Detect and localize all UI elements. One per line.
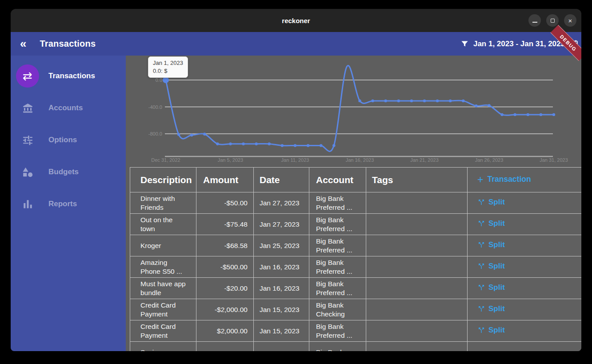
transaction-description-cell[interactable]: Must have app bundle	[130, 278, 196, 299]
transaction-tags-cell[interactable]	[366, 278, 468, 299]
split-button[interactable]: Split	[477, 197, 505, 207]
x-tick-label: Jan 26, 2023	[475, 157, 504, 163]
split-button[interactable]: Split	[477, 283, 505, 292]
transaction-date-cell[interactable]: Jan 25, 2023	[254, 235, 309, 256]
sidebar-collapse-button[interactable]: «	[20, 39, 26, 48]
transaction-amount-cell[interactable]: -$68.58	[196, 235, 254, 256]
sidebar-item-label: Reports	[48, 200, 77, 208]
transaction-description-cell[interactable]: Credit Card Payment	[130, 299, 196, 320]
transaction-split-cell: Split	[468, 192, 582, 214]
column-header-date: Date	[254, 168, 309, 192]
transaction-description-cell[interactable]: Dinner with Friends	[130, 192, 196, 214]
minimize-icon	[532, 22, 537, 23]
y-tick-label: -800.0	[148, 131, 162, 136]
maximize-button[interactable]	[546, 14, 559, 27]
transaction-tags-cell[interactable]	[366, 256, 468, 278]
split-button[interactable]: Split	[477, 261, 505, 271]
filter-icon[interactable]	[460, 40, 469, 48]
split-label: Split	[488, 197, 505, 207]
transaction-account-cell[interactable]: Big Bank Checking	[309, 299, 366, 320]
chart-marker	[540, 113, 542, 116]
transaction-amount-cell[interactable]: $2,000.00	[196, 320, 254, 342]
sidebar-item-transactions[interactable]: ⇄Transactions	[11, 64, 126, 88]
split-label: Split	[488, 283, 505, 292]
transaction-account-cell[interactable]: Big Bank Preferred ...	[309, 192, 366, 214]
close-button[interactable]: ×	[564, 14, 576, 27]
split-button[interactable]: Split	[477, 304, 505, 314]
transaction-account-cell[interactable]: Big Bank ...	[309, 342, 366, 352]
transaction-tags-cell[interactable]	[366, 192, 468, 214]
transaction-date-cell[interactable]: Jan 15, 2023	[254, 320, 309, 342]
transaction-date-cell[interactable]: Jan 15, 2023	[254, 299, 309, 320]
transaction-tags-cell[interactable]	[366, 342, 468, 352]
transaction-account-cell[interactable]: Big Bank Preferred ...	[309, 320, 366, 342]
transactions-table-wrap: Description Amount Date Account Tags + T…	[130, 167, 581, 351]
transaction-tags-cell[interactable]	[366, 214, 468, 235]
chart-line	[166, 65, 554, 151]
transaction-tags-cell[interactable]	[366, 235, 468, 256]
transactions-table: Description Amount Date Account Tags + T…	[130, 167, 581, 351]
sidebar: ⇄TransactionsAccountsOptionsBudgetsRepor…	[11, 56, 126, 351]
split-icon	[477, 284, 485, 292]
chart-marker	[320, 144, 322, 147]
transaction-date-cell[interactable]: Jan 27, 2023	[254, 192, 309, 214]
transaction-row: Credit Card Payment-$2,000.00Jan 15, 202…	[130, 299, 582, 320]
transaction-description-cell[interactable]: Out on the town	[130, 214, 196, 235]
y-tick-label: 0.0	[156, 77, 162, 83]
transaction-amount-cell[interactable]: -$500.00	[196, 256, 254, 278]
transaction-description-cell[interactable]: Credit Card Payment	[130, 320, 196, 342]
transaction-account-cell[interactable]: Big Bank Preferred ...	[309, 278, 366, 299]
transaction-account-cell[interactable]: Big Bank Preferred ...	[309, 214, 366, 235]
date-range-filter[interactable]: Jan 1, 2023 - Jan 31, 2023	[473, 40, 565, 48]
balance-chart[interactable]: 0.0-400.0-800.0Dec 31, 2022Jan 5, 2023Ja…	[126, 56, 581, 167]
transaction-date-cell[interactable]: Jan 16, 2023	[254, 278, 309, 299]
split-icon	[477, 305, 485, 313]
transaction-date-cell[interactable]: Jan 16, 2023	[254, 256, 309, 278]
transaction-date-cell[interactable]: Jan 27, 2023	[254, 214, 309, 235]
split-button[interactable]: Split	[477, 219, 505, 228]
transaction-amount-cell[interactable]: -$2,000.00	[196, 299, 254, 320]
column-header-amount: Amount	[196, 168, 254, 192]
add-transaction-label: Transaction	[487, 175, 531, 184]
transaction-account-cell[interactable]: Big Bank Preferred ...	[309, 235, 366, 256]
window-title: reckoner	[11, 9, 581, 32]
sidebar-item-budgets[interactable]: Budgets	[11, 160, 126, 184]
transaction-description-cell[interactable]: Savings	[130, 342, 196, 352]
transaction-description-cell[interactable]: Kroger	[130, 235, 196, 256]
swap-horizontal-icon: ⇄	[16, 64, 39, 88]
transaction-amount-cell[interactable]: -$75.48	[196, 214, 254, 235]
sidebar-item-options[interactable]: Options	[11, 128, 126, 152]
transaction-split-cell: Split	[468, 214, 582, 235]
split-icon	[477, 262, 485, 270]
x-tick-label: Dec 31, 2022	[151, 157, 180, 163]
transaction-amount-cell[interactable]: -$20.00	[196, 278, 254, 299]
transaction-split-cell	[468, 342, 582, 352]
chart-marker	[514, 113, 516, 116]
transaction-description-cell[interactable]: Amazing Phone S50 ...	[130, 256, 196, 278]
transaction-row: SavingsBig Bank ...	[130, 342, 582, 352]
sidebar-item-reports[interactable]: Reports	[11, 192, 126, 216]
chart-marker	[371, 100, 374, 102]
transaction-tags-cell[interactable]	[366, 299, 468, 320]
chart-marker	[410, 100, 413, 102]
transaction-amount-cell[interactable]: -$50.00	[196, 192, 254, 214]
transaction-row: Must have app bundle-$20.00Jan 16, 2023B…	[130, 278, 582, 299]
transaction-amount-cell[interactable]	[196, 342, 254, 352]
app-window: reckoner × « Transactions Jan 1, 2023 - …	[11, 9, 581, 351]
minimize-button[interactable]	[528, 14, 541, 27]
app-body: ⇄TransactionsAccountsOptionsBudgetsRepor…	[11, 56, 581, 351]
transaction-account-cell[interactable]: Big Bank Preferred ...	[309, 256, 366, 278]
transaction-date-cell[interactable]	[254, 342, 309, 352]
table-header-row: Description Amount Date Account Tags + T…	[130, 168, 582, 192]
add-transaction-button[interactable]: + Transaction	[477, 175, 531, 184]
chart-tooltip: Jan 1, 2023 0.0: $	[148, 56, 188, 78]
sidebar-item-accounts[interactable]: Accounts	[11, 96, 126, 120]
split-button[interactable]: Split	[477, 240, 505, 250]
chart-marker	[307, 144, 309, 147]
chart-marker	[449, 100, 452, 102]
titlebar: reckoner ×	[11, 9, 581, 32]
chart-marker	[281, 144, 284, 147]
split-button[interactable]: Split	[477, 325, 505, 335]
transaction-tags-cell[interactable]	[366, 320, 468, 342]
tooltip-date: Jan 1, 2023	[153, 59, 183, 67]
